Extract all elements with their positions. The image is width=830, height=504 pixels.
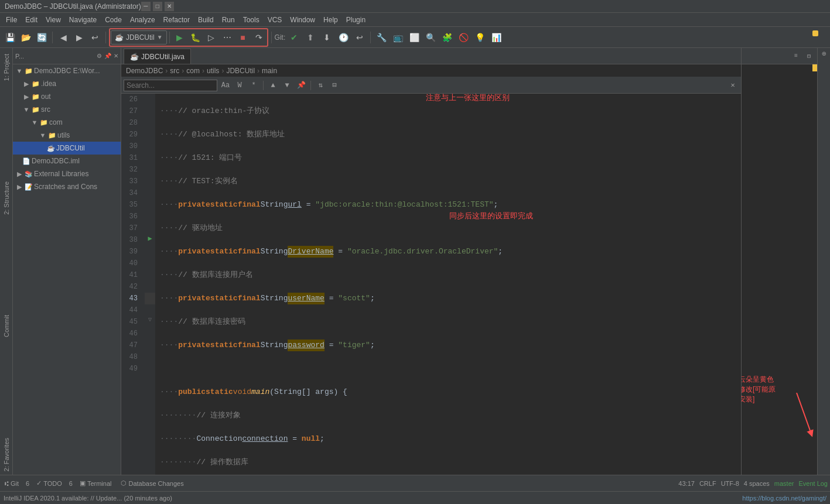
tree-label-scratches: Scratches and Cons bbox=[34, 183, 97, 191]
close-button[interactable]: ✕ bbox=[165, 2, 174, 11]
no-action-button[interactable]: 🚫 bbox=[456, 30, 471, 45]
sidebar-pin-icon[interactable]: 📌 bbox=[104, 53, 111, 59]
menu-navigate[interactable]: Navigate bbox=[66, 15, 100, 25]
tree-item-jdbcutil[interactable]: ☕ JDBCUtil bbox=[13, 142, 121, 155]
close-search-btn[interactable]: ✕ bbox=[727, 80, 739, 91]
ln-35: 35 bbox=[121, 199, 141, 211]
fold-45[interactable]: ▽ bbox=[145, 316, 155, 328]
menu-analyze[interactable]: Analyze bbox=[127, 15, 159, 25]
content-area: 1: Project 2: Structure Commit 2: Favori… bbox=[0, 48, 830, 475]
menu-edit[interactable]: Edit bbox=[22, 15, 41, 25]
project-tab[interactable]: 1: Project bbox=[2, 50, 11, 84]
ln-39: 39 bbox=[121, 246, 141, 258]
filter-right-btn[interactable]: ⊟ bbox=[803, 50, 815, 62]
run-dropdown-button[interactable]: ⋯ bbox=[220, 30, 235, 45]
breadcrumb-utils[interactable]: utils bbox=[207, 67, 219, 75]
git-push-button[interactable]: ⬆ bbox=[303, 30, 318, 45]
whole-word-btn[interactable]: W bbox=[234, 80, 245, 91]
next-result-btn[interactable]: ▼ bbox=[281, 80, 293, 91]
run-button[interactable]: ▶ bbox=[172, 30, 187, 45]
tree-item-extlibs[interactable]: ▶ 📚 External Libraries bbox=[13, 167, 121, 180]
idea-button[interactable]: 💡 bbox=[472, 30, 487, 45]
extra-button[interactable]: 📊 bbox=[489, 30, 504, 45]
tree-item-demojdbc[interactable]: ▼ 📁 DemoJDBC E:\Wor... bbox=[13, 64, 121, 77]
run-config-selector[interactable]: ☕ JDBCUtil ▼ bbox=[111, 30, 167, 44]
search-everywhere-button[interactable]: 🔍 bbox=[423, 30, 438, 45]
tree-item-idea[interactable]: ▶ 📁 .idea bbox=[13, 77, 121, 90]
filter-btn[interactable]: ⊟ bbox=[329, 80, 340, 91]
regex-btn[interactable]: * bbox=[248, 80, 259, 91]
menu-run[interactable]: Run bbox=[218, 15, 238, 25]
menu-help[interactable]: Help bbox=[320, 15, 341, 25]
event-log-link[interactable]: Event Log bbox=[798, 480, 828, 487]
toolbar-back-button[interactable]: ◀ bbox=[56, 30, 71, 45]
find-input[interactable] bbox=[124, 80, 217, 91]
breadcrumb-main[interactable]: main bbox=[262, 67, 277, 75]
toolbar-open-button[interactable]: 📂 bbox=[18, 30, 33, 45]
menu-file[interactable]: File bbox=[2, 15, 21, 25]
db-changes-bottom-tab[interactable]: ⬡ Database Changes bbox=[118, 478, 186, 488]
git-undo-button[interactable]: ↩ bbox=[352, 30, 367, 45]
case-sensitive-btn[interactable]: Aa bbox=[220, 80, 231, 91]
todo-bottom-tab[interactable]: ✓ TODO bbox=[34, 478, 64, 488]
tree-extlibs-icon: ▶ bbox=[15, 170, 23, 178]
menu-vcs[interactable]: VCS bbox=[264, 15, 286, 25]
breadcrumb-jdbcutil[interactable]: JDBCUtil bbox=[226, 67, 255, 75]
run-with-coverage-button[interactable]: ▷ bbox=[204, 30, 219, 45]
scrolling-btn[interactable]: ≡ bbox=[790, 50, 802, 62]
toolbar-forward-button[interactable]: ▶ bbox=[71, 30, 87, 45]
commit-tab[interactable]: Commit bbox=[2, 311, 11, 341]
menu-plugin[interactable]: Plugin bbox=[343, 15, 369, 25]
prev-result-btn[interactable]: ▲ bbox=[267, 80, 279, 91]
sidebar-settings-icon[interactable]: ⚙ bbox=[97, 53, 102, 59]
breadcrumb-bar: DemoJDBC › src › com › utils › JDBCUtil … bbox=[121, 64, 741, 77]
breadcrumb-com[interactable]: com bbox=[186, 67, 200, 75]
git-commit-button[interactable]: ✔ bbox=[286, 30, 302, 45]
tree-item-src[interactable]: ▼ 📁 src bbox=[13, 103, 121, 116]
favorites-tab[interactable]: 2: Favorites bbox=[2, 434, 11, 475]
toolbar-refresh-button[interactable]: 🔄 bbox=[34, 30, 49, 45]
run-main-btn[interactable]: ▶ bbox=[145, 234, 155, 246]
status-url[interactable]: https://blog.csdn.net/gamingt/ bbox=[742, 495, 826, 502]
open-terminal-button[interactable]: 📺 bbox=[390, 30, 405, 45]
maximize-button[interactable]: □ bbox=[153, 2, 162, 11]
stop-button[interactable]: ■ bbox=[235, 30, 251, 45]
plugins-button[interactable]: 🧩 bbox=[439, 30, 455, 45]
menu-view[interactable]: View bbox=[42, 15, 64, 25]
breadcrumb-demojdbc[interactable]: DemoJDBC bbox=[126, 67, 163, 75]
toolbar-sep-3 bbox=[271, 32, 272, 43]
menu-tools[interactable]: Tools bbox=[240, 15, 263, 25]
menu-window[interactable]: Window bbox=[286, 15, 319, 25]
minimize-button[interactable]: ─ bbox=[141, 2, 151, 11]
step-over-button[interactable]: ↷ bbox=[251, 30, 267, 45]
tree-label-iml: DemoJDBC.iml bbox=[32, 157, 80, 165]
search-bar: Aa W * ▲ ▼ 📌 ⇅ ⊟ ✕ bbox=[121, 77, 741, 94]
debug-button[interactable]: 🐛 bbox=[188, 30, 203, 45]
menu-build[interactable]: Build bbox=[194, 15, 217, 25]
tree-item-scratches[interactable]: ▶ 📝 Scratches and Cons bbox=[13, 180, 121, 193]
terminal-bottom-tab[interactable]: ▣ Terminal bbox=[77, 478, 114, 488]
right-tab-1[interactable]: ⊕ bbox=[819, 48, 828, 60]
breakpoint-30[interactable] bbox=[145, 140, 155, 152]
pin-result-btn[interactable]: 📌 bbox=[295, 80, 307, 91]
editor-tab-jdbcutil[interactable]: ☕ JDBCUtil.java bbox=[124, 49, 191, 64]
git-history-button[interactable]: 🕐 bbox=[336, 30, 351, 45]
breadcrumb-src[interactable]: src bbox=[170, 67, 179, 75]
tree-item-out[interactable]: ▶ 📁 out bbox=[13, 90, 121, 103]
toolbar-undo-recent-button[interactable]: ↩ bbox=[87, 30, 103, 45]
settings-button[interactable]: 🔧 bbox=[374, 30, 389, 45]
structure-tab[interactable]: 2: Structure bbox=[2, 178, 11, 218]
window-title: DemoJDBC – JDBCUtil.java (Administrator) bbox=[5, 2, 141, 11]
tree-item-com[interactable]: ▼ 📁 com bbox=[13, 116, 121, 129]
menu-code[interactable]: Code bbox=[101, 15, 125, 25]
layout-button[interactable]: ⬜ bbox=[407, 30, 422, 45]
sidebar-close-icon[interactable]: ✕ bbox=[114, 53, 118, 59]
tree-item-utils[interactable]: ▼ 📁 utils bbox=[13, 129, 121, 142]
git-bottom-tab[interactable]: ⑆ Git bbox=[2, 479, 21, 488]
menu-refactor[interactable]: Refactor bbox=[160, 15, 193, 25]
git-pull-button[interactable]: ⬇ bbox=[319, 30, 334, 45]
code-editor[interactable]: ····// oracle:thin-子协议 ····// @localhost… bbox=[155, 94, 741, 475]
toolbar-save-button[interactable]: 💾 bbox=[2, 30, 18, 45]
tree-item-iml[interactable]: 📄 DemoJDBC.iml bbox=[13, 155, 121, 167]
sort-btn[interactable]: ⇅ bbox=[315, 80, 326, 91]
